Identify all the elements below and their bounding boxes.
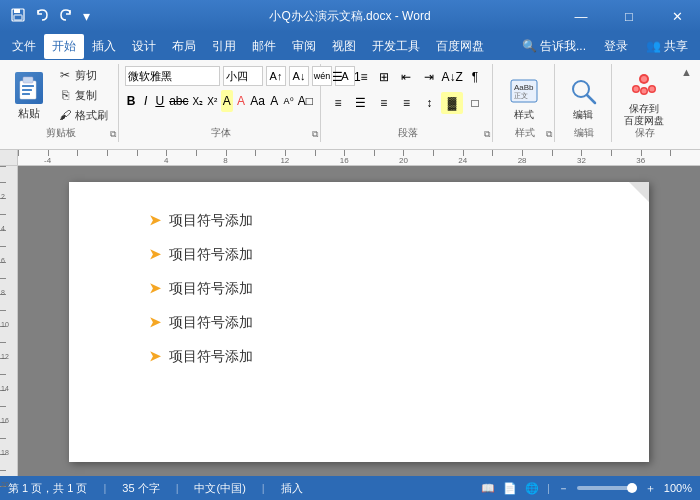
menu-mail[interactable]: 邮件	[244, 34, 284, 59]
styles-button[interactable]: AaBb 正文 样式	[499, 66, 549, 128]
document-page[interactable]: ➤项目符号添加➤项目符号添加➤项目符号添加➤项目符号添加➤项目符号添加	[69, 182, 649, 462]
paragraph-controls: ☰ 1≡ ⊞ ⇤ ⇥ A↓Z ¶ ≡ ☰ ≡ ≡ ↕ ▓ □	[327, 64, 486, 116]
line-spacing-button[interactable]: ↕	[418, 92, 440, 114]
svg-point-20	[642, 89, 647, 94]
ribbon: 粘贴 ✂ 剪切 ⎘ 复制 🖌 格式刷 剪贴板 ⧉	[0, 60, 700, 150]
increase-indent-button[interactable]: ⇥	[418, 66, 440, 88]
highlight-button[interactable]: A	[221, 90, 233, 112]
paste-button[interactable]: 粘贴	[6, 66, 52, 126]
menu-design[interactable]: 设计	[124, 34, 164, 59]
menu-layout[interactable]: 布局	[164, 34, 204, 59]
cut-button[interactable]: ✂ 剪切	[54, 66, 112, 84]
title-bar: ▾ 小Q办公演示文稿.docx - Word — □ ✕	[0, 0, 700, 32]
undo-icon[interactable]	[32, 6, 52, 27]
svg-text:AaBb: AaBb	[514, 83, 534, 92]
italic-button[interactable]: I	[139, 90, 151, 112]
bold-button[interactable]: B	[125, 90, 137, 112]
border-char-button[interactable]: A□	[297, 90, 314, 112]
status-bar: 第 1 页，共 1 页 | 35 个字 | 中文(中国) | 插入 📖 📄 🌐 …	[0, 476, 700, 500]
zoom-slider[interactable]	[577, 486, 637, 490]
align-left-button[interactable]: ≡	[327, 92, 349, 114]
svg-point-18	[634, 87, 639, 92]
subscript-button[interactable]: X₂	[191, 90, 204, 112]
copy-button[interactable]: ⎘ 复制	[54, 86, 112, 104]
font-pinyin-button[interactable]: A⁰	[282, 90, 294, 112]
multilevel-list-button[interactable]: ⊞	[373, 66, 395, 88]
sort-button[interactable]: A↓Z	[441, 66, 463, 88]
menu-baidu[interactable]: 百度网盘	[428, 34, 492, 59]
zoom-level[interactable]: 100%	[664, 482, 692, 494]
edit-icon	[567, 75, 599, 107]
ribbon-collapse-button[interactable]: ▲	[681, 66, 692, 78]
baidu-save-button[interactable]: 保存到百度网盘	[615, 66, 673, 128]
svg-rect-7	[22, 93, 30, 95]
input-mode: 插入	[281, 481, 303, 496]
sep2: |	[176, 482, 179, 494]
decrease-indent-button[interactable]: ⇤	[395, 66, 417, 88]
ribbon-group-paragraph: ☰ 1≡ ⊞ ⇤ ⇥ A↓Z ¶ ≡ ☰ ≡ ≡ ↕ ▓ □ 段落 ⧉	[323, 64, 493, 142]
menu-developer[interactable]: 开发工具	[364, 34, 428, 59]
font-size-aa-button[interactable]: A	[268, 90, 280, 112]
redo-icon[interactable]	[56, 6, 76, 27]
svg-rect-6	[22, 89, 32, 91]
view-web-icon[interactable]: 🌐	[525, 482, 539, 495]
menu-insert[interactable]: 插入	[84, 34, 124, 59]
shading-button[interactable]: ▓	[441, 92, 463, 114]
bullet-list-button[interactable]: ☰	[327, 66, 349, 88]
zoom-minus-button[interactable]: －	[558, 481, 569, 496]
border-button[interactable]: □	[464, 92, 486, 114]
svg-rect-1	[14, 9, 20, 13]
style-expand-icon[interactable]: ⧉	[546, 129, 552, 140]
font-size-increase-button[interactable]: A↑	[266, 66, 286, 86]
view-read-icon[interactable]: 📖	[481, 482, 495, 495]
format-painter-button[interactable]: 🖌 格式刷	[54, 106, 112, 124]
minimize-button[interactable]: —	[558, 0, 604, 32]
cut-icon: ✂	[58, 68, 72, 82]
font-name-row: A↑ A↓ wén A	[125, 66, 314, 86]
justify-button[interactable]: ≡	[396, 92, 418, 114]
view-print-icon[interactable]: 📄	[503, 482, 517, 495]
font-name-input[interactable]	[125, 66, 220, 86]
edit-button[interactable]: 编辑	[559, 66, 607, 128]
menu-review[interactable]: 审阅	[284, 34, 324, 59]
window-controls: — □ ✕	[558, 0, 700, 32]
menu-home[interactable]: 开始	[44, 34, 84, 59]
menu-right: 🔍 告诉我... 登录 👥 共享	[514, 34, 696, 59]
customize-qa-icon[interactable]: ▾	[80, 6, 93, 26]
align-center-button[interactable]: ☰	[350, 92, 372, 114]
paragraph-expand-icon[interactable]: ⧉	[484, 129, 490, 140]
menu-share[interactable]: 👥 共享	[638, 34, 696, 59]
bullet-item: ➤项目符号添加	[149, 246, 599, 264]
font-color-button[interactable]: A	[235, 90, 247, 112]
menu-login[interactable]: 登录	[596, 34, 636, 59]
sep4: |	[547, 482, 550, 494]
align-right-button[interactable]: ≡	[373, 92, 395, 114]
save-icon[interactable]	[8, 6, 28, 27]
clipboard-expand-icon[interactable]: ⧉	[110, 129, 116, 140]
svg-rect-2	[14, 15, 22, 20]
menu-references[interactable]: 引用	[204, 34, 244, 59]
numbered-list-button[interactable]: 1≡	[350, 66, 372, 88]
font-expand-icon[interactable]: ⧉	[312, 129, 318, 140]
char-shading-button[interactable]: Aa	[249, 90, 266, 112]
underline-button[interactable]: U	[154, 90, 166, 112]
menu-view[interactable]: 视图	[324, 34, 364, 59]
menu-file[interactable]: 文件	[4, 34, 44, 59]
maximize-button[interactable]: □	[606, 0, 652, 32]
copy-icon: ⎘	[58, 88, 72, 102]
ruler[interactable]: -44812162024283236	[18, 150, 700, 165]
font-size-input[interactable]	[223, 66, 263, 86]
zoom-plus-button[interactable]: ＋	[645, 481, 656, 496]
document-area[interactable]: ➤项目符号添加➤项目符号添加➤项目符号添加➤项目符号添加➤项目符号添加	[18, 166, 700, 476]
ruler-container: -44812162024283236	[0, 150, 700, 166]
show-marks-button[interactable]: ¶	[464, 66, 486, 88]
font-size-decrease-button[interactable]: A↓	[289, 66, 309, 86]
close-button[interactable]: ✕	[654, 0, 700, 32]
paste-label: 粘贴	[18, 106, 40, 121]
strikethrough-button[interactable]: abc	[168, 90, 189, 112]
menu-bar: 文件 开始 插入 设计 布局 引用 邮件 审阅 视图 开发工具 百度网盘 🔍 告…	[0, 32, 700, 60]
menu-tell-me[interactable]: 🔍 告诉我...	[514, 34, 594, 59]
format-buttons-row: B I U abc X₂ X² A A Aa A A⁰ A□	[125, 90, 314, 112]
superscript-button[interactable]: X²	[206, 90, 218, 112]
svg-rect-4	[23, 77, 33, 83]
